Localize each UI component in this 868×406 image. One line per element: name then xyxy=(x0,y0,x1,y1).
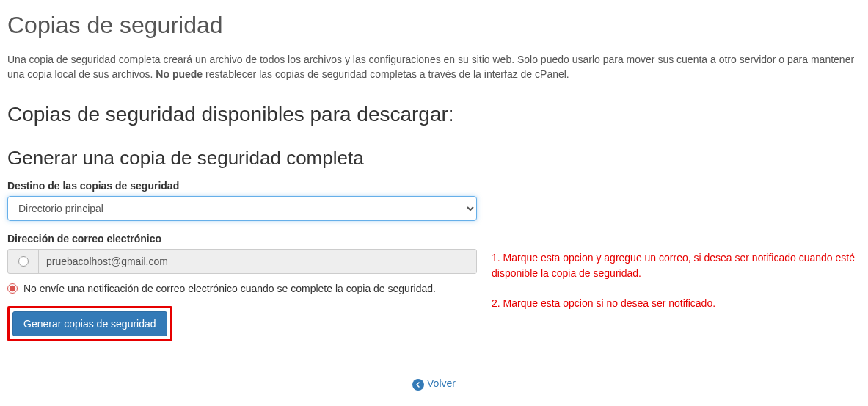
back-link[interactable]: Volver xyxy=(412,377,456,389)
page-title: Copias de seguridad xyxy=(7,12,861,39)
generate-backup-heading: Generar una copia de seguridad completa xyxy=(7,147,861,170)
email-input[interactable] xyxy=(39,250,476,273)
notify-email-radio-box[interactable] xyxy=(8,250,39,273)
email-label: Dirección de correo electrónico xyxy=(7,233,861,244)
annotation-1: 1. Marque esta opcion y agregue un corre… xyxy=(492,250,861,281)
no-notify-row: No envíe una notificación de correo elec… xyxy=(7,283,477,294)
generate-backup-button[interactable]: Generar copias de seguridad xyxy=(12,311,167,336)
email-group: Dirección de correo electrónico No envíe… xyxy=(7,233,861,341)
notify-email-radio[interactable] xyxy=(18,256,29,267)
email-input-row xyxy=(7,249,477,274)
available-backups-heading: Copias de seguridad disponibles para des… xyxy=(7,103,861,126)
destination-group: Destino de las copias de seguridad Direc… xyxy=(7,180,861,221)
desc-strong: No puede xyxy=(156,68,203,80)
arrow-left-icon xyxy=(412,379,424,391)
submit-highlight-box: Generar copias de seguridad xyxy=(7,306,172,341)
destination-select[interactable]: Directorio principal xyxy=(7,196,477,221)
annotation-2: 2. Marque esta opcion si no desea ser no… xyxy=(492,296,861,311)
footer: Volver xyxy=(7,377,861,391)
no-notify-label: No envíe una notificación de correo elec… xyxy=(23,283,436,294)
no-notify-radio[interactable] xyxy=(7,283,18,294)
destination-label: Destino de las copias de seguridad xyxy=(7,180,861,192)
back-link-label: Volver xyxy=(427,377,456,389)
desc-text-post: restablecer las copias de seguridad comp… xyxy=(203,68,569,80)
page-description: Una copia de seguridad completa creará u… xyxy=(7,52,861,82)
